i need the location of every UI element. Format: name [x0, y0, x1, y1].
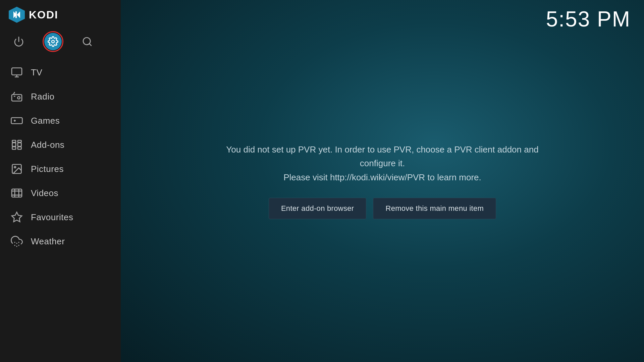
sidebar-item-games[interactable]: Games — [0, 109, 121, 133]
enter-addon-browser-button[interactable]: Enter add-on browser — [269, 198, 367, 219]
remove-menu-item-button[interactable]: Remove this main menu item — [373, 198, 496, 219]
app-header: KODI — [0, 0, 121, 29]
search-button[interactable] — [78, 33, 96, 50]
sidebar-item-videos[interactable]: Videos — [0, 181, 121, 205]
svg-rect-17 — [12, 140, 16, 142]
sidebar-item-favourites[interactable]: Favourites — [0, 205, 121, 229]
sidebar-item-favourites-label: Favourites — [31, 212, 73, 223]
svg-rect-8 — [12, 68, 22, 75]
svg-point-12 — [17, 97, 20, 99]
sidebar-item-videos-label: Videos — [31, 188, 58, 198]
svg-marker-28 — [12, 212, 22, 222]
kodi-logo-icon — [8, 6, 25, 23]
top-icon-bar — [0, 29, 121, 57]
center-content: You did not set up PVR yet. In order to … — [121, 0, 644, 362]
svg-point-5 — [52, 40, 54, 43]
kodi-logo: KODI — [8, 6, 58, 23]
svg-rect-16 — [18, 143, 21, 146]
app-name: KODI — [29, 9, 58, 21]
pvr-message-line2: Please visit http://kodi.wiki/view/PVR t… — [283, 172, 481, 182]
sidebar: KODI — [0, 0, 121, 362]
power-button[interactable] — [10, 33, 28, 50]
settings-button[interactable] — [44, 33, 62, 50]
svg-rect-20 — [18, 147, 21, 149]
weather-icon — [11, 235, 23, 247]
sidebar-item-radio-label: Radio — [31, 92, 54, 102]
svg-rect-18 — [18, 140, 21, 142]
nav-menu: TV Radio Games — [0, 60, 121, 253]
action-button-row: Enter add-on browser Remove this main me… — [269, 198, 496, 219]
svg-rect-23 — [12, 189, 22, 197]
svg-rect-19 — [12, 147, 16, 149]
addons-icon — [11, 139, 23, 151]
svg-point-22 — [14, 167, 16, 168]
games-icon — [11, 115, 23, 127]
pvr-message-line1: You did not set up PVR yet. In order to … — [226, 144, 538, 169]
svg-rect-15 — [12, 143, 16, 146]
sidebar-item-addons[interactable]: Add-ons — [0, 133, 121, 157]
videos-icon — [11, 187, 23, 199]
sidebar-item-weather[interactable]: Weather — [0, 229, 121, 253]
tv-icon — [11, 66, 23, 78]
sidebar-item-pictures-label: Pictures — [31, 164, 64, 174]
svg-line-7 — [89, 44, 91, 46]
sidebar-item-radio[interactable]: Radio — [0, 84, 121, 109]
sidebar-item-addons-label: Add-ons — [31, 140, 64, 150]
sidebar-item-tv[interactable]: TV — [0, 60, 121, 84]
pictures-icon — [11, 163, 23, 175]
sidebar-item-games-label: Games — [31, 116, 60, 126]
sidebar-item-weather-label: Weather — [31, 236, 65, 247]
clock-display: 5:53 PM — [546, 7, 631, 32]
sidebar-item-tv-label: TV — [31, 67, 42, 78]
pvr-message: You did not set up PVR yet. In order to … — [215, 143, 550, 185]
favourites-icon — [11, 211, 23, 223]
sidebar-item-pictures[interactable]: Pictures — [0, 157, 121, 181]
main-content: 5:53 PM You did not set up PVR yet. In o… — [121, 0, 644, 362]
svg-rect-3 — [15, 11, 17, 18]
radio-icon — [11, 90, 23, 103]
